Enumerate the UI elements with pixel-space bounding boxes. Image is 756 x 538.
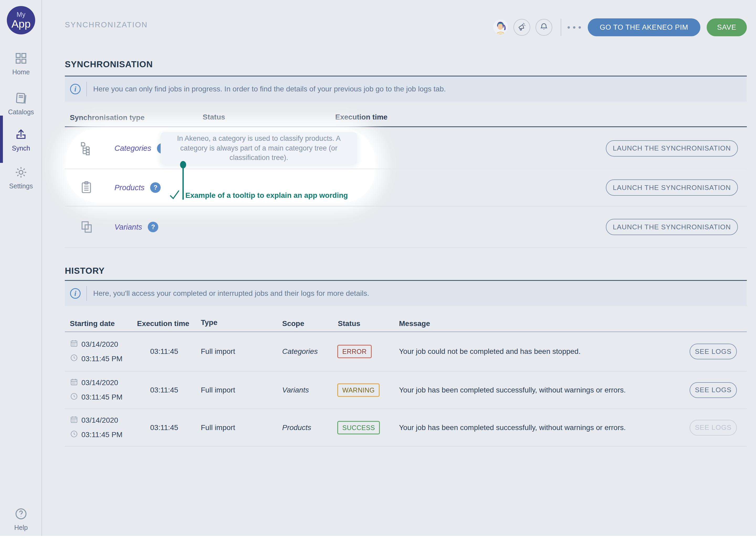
hist-col-exec: Execution time xyxy=(137,319,189,328)
bell-icon xyxy=(540,22,548,32)
bottom-strip xyxy=(0,536,756,538)
status-badge: SUCCESS xyxy=(337,421,380,434)
checkmark-icon xyxy=(168,188,181,203)
logo-line1: My xyxy=(17,11,25,18)
sync-info-text: Here you can only find jobs in progress.… xyxy=(93,85,446,93)
scope-link[interactable]: Variants xyxy=(282,386,309,394)
sidebar-item-settings[interactable]: Settings xyxy=(0,166,42,190)
tooltip-caption-text: Example of a tooltip to explain an app w… xyxy=(185,191,348,200)
job-message: Your job has been completed successfully… xyxy=(399,386,626,394)
job-message: Your job could not be completed and has … xyxy=(399,347,581,356)
launch-sync-button[interactable]: LAUNCH THE SYNCHRONISATION xyxy=(606,219,738,235)
history-info-text: Here, you'll access your completed or in… xyxy=(93,289,369,297)
row-divider xyxy=(65,247,747,248)
help-circle-icon xyxy=(14,507,28,522)
sync-col-status: Status xyxy=(203,113,225,121)
avatar[interactable] xyxy=(493,19,508,35)
see-logs-button[interactable]: SEE LOGS xyxy=(689,382,737,398)
scope-link[interactable]: Categories xyxy=(282,347,318,356)
history-section-heading: HISTORY xyxy=(65,266,105,276)
starting-time: 03:11:45 PM xyxy=(81,355,122,363)
sidebar-item-home[interactable]: Home xyxy=(0,51,42,76)
notifications-button[interactable] xyxy=(536,19,552,36)
sidebar-item-label: Catalogs xyxy=(8,108,34,116)
job-message: Your job has been completed successfully… xyxy=(399,423,626,432)
clock-icon xyxy=(70,430,78,440)
category-tree-icon xyxy=(79,141,94,156)
sidebar-item-label: Help xyxy=(14,524,27,531)
hist-col-scope: Scope xyxy=(282,319,304,328)
sidebar-item-synch[interactable]: Synch xyxy=(0,128,42,152)
sync-row-variants: Variants ? LAUNCH THE SYNCHRONISATION xyxy=(65,206,747,247)
sync-col-type: Synchronisation type xyxy=(70,114,145,122)
logo-line2: App xyxy=(12,18,31,30)
starting-date-cell: 03/14/2020 03:11:45 PM xyxy=(70,371,122,408)
banner-divider xyxy=(86,286,87,301)
sidebar-item-catalogs[interactable]: Catalogs xyxy=(0,91,42,116)
banner-divider xyxy=(86,82,87,96)
starting-date-cell: 03/14/2020 03:11:45 PM xyxy=(70,409,122,446)
tooltip-text: In Akeneo, a category is used to classif… xyxy=(173,134,345,162)
launch-sync-button[interactable]: LAUNCH THE SYNCHRONISATION xyxy=(606,140,738,157)
status-badge: ERROR xyxy=(337,345,372,358)
variants-icon xyxy=(79,220,94,234)
history-row: 03/14/2020 03:11:45 PM 03:11:45 Full imp… xyxy=(65,409,747,446)
starting-date-cell: 03/14/2020 03:11:45 PM xyxy=(70,332,122,371)
sync-type-link[interactable]: Categories xyxy=(115,144,151,153)
see-logs-button-disabled: SEE LOGS xyxy=(689,420,737,436)
help-tooltip-badge[interactable]: ? xyxy=(148,222,158,232)
see-logs-button[interactable]: SEE LOGS xyxy=(689,344,737,359)
tooltip-popup: In Akeneo, a category is used to classif… xyxy=(161,132,357,164)
announcements-button[interactable] xyxy=(513,19,530,36)
calendar-icon xyxy=(70,339,78,350)
sidebar-item-label: Home xyxy=(12,68,30,76)
app-logo[interactable]: My App xyxy=(7,6,35,34)
sidebar-item-help[interactable]: Help xyxy=(0,507,42,531)
grid-icon xyxy=(14,51,28,66)
job-type: Full import xyxy=(201,423,235,432)
save-button[interactable]: SAVE xyxy=(707,19,747,36)
history-row: 03/14/2020 03:11:45 PM 03:11:45 Full imp… xyxy=(65,371,747,408)
hist-col-date: Starting date xyxy=(70,319,115,328)
overflow-menu-button[interactable] xyxy=(568,26,581,28)
launch-sync-button[interactable]: LAUNCH THE SYNCHRONISATION xyxy=(606,180,738,196)
header-actions: GO TO THE AKENEO PIM SAVE xyxy=(493,17,747,38)
help-tooltip-badge[interactable]: ? xyxy=(150,182,161,193)
calendar-icon xyxy=(70,378,78,388)
info-icon: i xyxy=(70,288,80,299)
job-type: Full import xyxy=(201,347,235,356)
hist-col-message: Message xyxy=(399,319,430,328)
scope-link[interactable]: Products xyxy=(282,423,311,432)
tooltip-caption: Example of a tooltip to explain an app w… xyxy=(168,188,348,203)
sync-row-products: Products ? LAUNCH THE SYNCHRONISATION xyxy=(65,169,747,206)
sync-type-link[interactable]: Products xyxy=(115,183,144,192)
info-icon: i xyxy=(70,84,80,94)
calendar-icon xyxy=(70,415,78,426)
sync-section-heading: SYNCHRONISATION xyxy=(65,59,153,69)
sidebar-item-label: Synch xyxy=(12,144,30,152)
sync-type-link[interactable]: Variants xyxy=(115,223,142,232)
starting-time: 03:11:45 PM xyxy=(81,431,122,439)
starting-date: 03/14/2020 xyxy=(81,416,118,424)
execution-time: 03:11:45 xyxy=(150,423,178,432)
status-badge: WARNING xyxy=(337,383,380,397)
hist-col-type: Type xyxy=(201,318,217,327)
starting-date: 03/14/2020 xyxy=(81,379,118,387)
starting-date: 03/14/2020 xyxy=(81,340,118,349)
megaphone-icon xyxy=(517,22,526,32)
starting-time: 03:11:45 PM xyxy=(81,393,122,402)
sidebar: My App Home Catalogs xyxy=(0,0,42,538)
clipboard-icon xyxy=(79,180,94,195)
clock-icon xyxy=(70,353,78,364)
clock-icon xyxy=(70,392,78,403)
history-info-banner: i Here, you'll access your completed or … xyxy=(65,281,747,306)
tooltip-pointer-dot xyxy=(180,161,186,168)
go-to-pim-button[interactable]: GO TO THE AKENEO PIM xyxy=(588,19,700,36)
book-icon xyxy=(14,91,28,106)
row-divider xyxy=(65,446,747,447)
execution-time: 03:11:45 xyxy=(150,386,178,394)
history-row: 03/14/2020 03:11:45 PM 03:11:45 Full imp… xyxy=(65,332,747,371)
sync-header-rule xyxy=(65,126,747,127)
header-divider xyxy=(561,19,561,36)
sidebar-item-label: Settings xyxy=(9,182,33,190)
